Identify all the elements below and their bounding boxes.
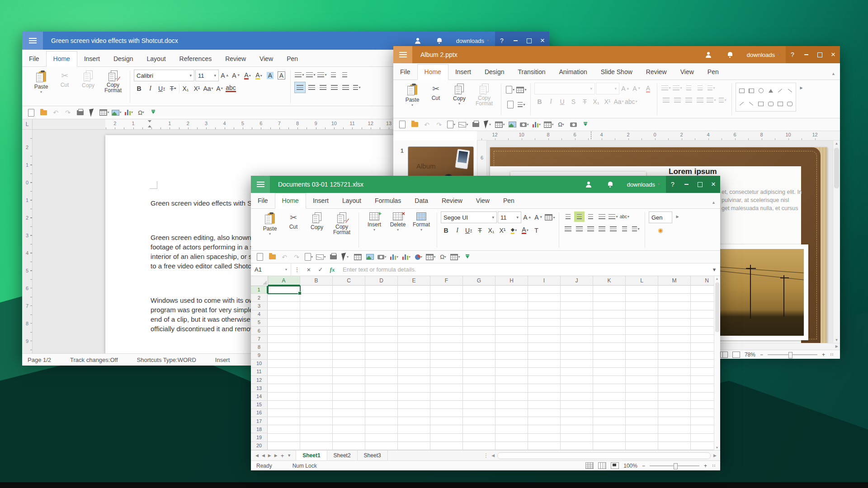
page-layout-view-icon[interactable] <box>598 462 606 469</box>
frame-shape-icon[interactable] <box>778 102 783 106</box>
add-sheet-button[interactable]: + <box>281 452 284 459</box>
save-as-button[interactable]: ▾ <box>303 252 314 262</box>
expand-formula-bar-icon[interactable]: ▾ <box>708 266 720 273</box>
tab-view[interactable]: View <box>469 193 496 208</box>
align-right-button[interactable] <box>684 95 694 105</box>
format-cells-button[interactable]: Format▾ <box>410 211 433 231</box>
presentation-horizontal-ruler[interactable]: 12108642024681012 <box>477 131 840 141</box>
new-document-button[interactable] <box>26 108 37 117</box>
writer-app-menu-button[interactable] <box>22 32 43 50</box>
insert-function-button[interactable]: fx <box>326 266 338 273</box>
decrease-indent-button[interactable] <box>684 83 694 93</box>
align-center-button[interactable] <box>307 82 317 93</box>
font-color-button[interactable]: A▾ <box>242 70 253 81</box>
screenshot-button[interactable]: ▾ <box>377 252 387 262</box>
row-header[interactable]: 13 <box>251 384 268 392</box>
resize-grip[interactable] <box>830 353 834 356</box>
column-header[interactable]: D <box>365 276 398 286</box>
section-button[interactable]: ▾ <box>516 99 527 110</box>
vertical-textbox-shape-icon[interactable] <box>749 89 754 93</box>
change-case-button[interactable]: Aa▾ <box>203 83 213 94</box>
cut-button[interactable]: ✂ Cut <box>282 211 305 230</box>
text-direction-button[interactable]: ▾ <box>706 83 717 93</box>
undo-button[interactable]: ↶ <box>50 108 61 117</box>
tab-pen[interactable]: Pen <box>496 193 521 208</box>
bullet-list-button[interactable]: ▾ <box>661 83 671 93</box>
tab-review[interactable]: Review <box>639 65 674 80</box>
tab-insert[interactable]: Insert <box>77 52 107 66</box>
help-button[interactable]: ? <box>666 176 679 193</box>
paste-button[interactable]: Paste▾ <box>401 83 424 107</box>
tab-slide-show[interactable]: Slide Show <box>594 65 639 80</box>
notifications-button[interactable] <box>600 176 621 193</box>
zoom-out-button[interactable]: − <box>760 352 763 358</box>
zoom-slider[interactable] <box>768 354 817 355</box>
insert-symbol-button[interactable]: Ω▾ <box>556 120 566 129</box>
paste-button[interactable]: Paste▾ <box>29 70 53 94</box>
row-header[interactable]: 6 <box>251 327 268 335</box>
tab-review[interactable]: Review <box>435 193 469 208</box>
align-left-button[interactable] <box>563 224 573 234</box>
sheet-tab-sheet3[interactable]: Sheet3 <box>358 450 388 460</box>
row-header[interactable]: 11 <box>251 368 268 376</box>
new-document-button[interactable] <box>397 120 408 129</box>
undo-button[interactable]: ↶ <box>421 120 432 129</box>
tab-review[interactable]: Review <box>218 52 253 66</box>
textbox-shape-icon[interactable] <box>739 89 745 93</box>
help-button[interactable]: ? <box>786 46 799 63</box>
column-header[interactable]: F <box>430 276 463 286</box>
row-header[interactable]: 8 <box>251 343 268 351</box>
subscript-button[interactable]: X₁ <box>591 96 601 107</box>
bold-button[interactable]: B <box>441 225 451 235</box>
slide-body-text[interactable]: et, consectetur adipiscing elit. Inpulvi… <box>722 188 802 212</box>
track-changes-indicator[interactable]: Track changes:Off <box>70 357 118 363</box>
formula-options-icon[interactable]: ⋮ <box>291 266 303 273</box>
insert-symbol-button[interactable]: Ω▾ <box>438 252 448 262</box>
formula-input[interactable]: Enter text or formula details. <box>338 266 708 273</box>
column-header[interactable]: K <box>593 276 626 286</box>
column-header[interactable]: N <box>691 276 714 286</box>
row-header[interactable]: 9 <box>251 352 268 360</box>
zoom-in-button[interactable]: + <box>822 352 825 358</box>
justify-button[interactable] <box>608 224 618 234</box>
shapes-gallery[interactable] <box>736 83 796 112</box>
shrink-font-button[interactable]: A▼ <box>533 212 544 223</box>
grid-vertical-scrollbar[interactable]: ▲ ▼ <box>714 276 720 450</box>
redo-button[interactable]: ↷ <box>291 252 302 262</box>
currency-format-button[interactable]: ◉ <box>649 225 672 235</box>
tab-animation[interactable]: Animation <box>552 65 594 80</box>
print-button[interactable] <box>470 120 481 129</box>
font-color-button[interactable]: A▾ <box>520 225 530 235</box>
last-sheet-button[interactable]: ▶ <box>274 453 278 458</box>
zoom-slider-thumb[interactable] <box>788 352 793 358</box>
toolbar-options-button[interactable] <box>148 108 159 117</box>
grow-font-button[interactable]: A▲ <box>620 84 631 94</box>
line-shape-icon[interactable] <box>778 89 782 93</box>
zoom-slider[interactable] <box>650 465 699 466</box>
character-spacing-button[interactable]: abc▾ <box>625 96 637 107</box>
next-sheet-button[interactable]: ▶ <box>268 453 271 458</box>
tab-home[interactable]: Home <box>46 51 77 67</box>
fill-color-button[interactable]: ⬥▾ <box>509 225 519 235</box>
italic-button[interactable]: I <box>546 96 556 107</box>
tab-view[interactable]: View <box>253 52 280 66</box>
slide-title-text[interactable]: Lorem ipsum <box>669 167 717 176</box>
shortcuts-type-indicator[interactable]: Shortcuts Type:WORD <box>137 357 196 363</box>
clear-format-button[interactable]: abc <box>226 83 236 94</box>
column-header[interactable]: G <box>463 276 495 286</box>
tab-insert[interactable]: Insert <box>306 193 335 208</box>
tab-view[interactable]: View <box>674 65 701 80</box>
align-left-button[interactable] <box>294 82 306 93</box>
italic-button[interactable]: I <box>145 83 156 94</box>
tab-home[interactable]: Home <box>275 193 306 209</box>
toolbar-options-button[interactable] <box>580 120 591 129</box>
shrink-to-fit-button[interactable]: abc▾ <box>619 211 630 222</box>
insert-table-button[interactable] <box>352 252 363 262</box>
copy-format-button[interactable]: Copy Format <box>471 83 497 106</box>
scroll-down-icon[interactable]: ▼ <box>714 446 720 449</box>
underline-button[interactable]: U▾ <box>156 83 167 94</box>
sheet-list-button[interactable]: ▼ <box>287 453 291 458</box>
zoom-slider-thumb[interactable] <box>674 463 678 469</box>
share-button[interactable] <box>579 176 600 193</box>
diagonal-line-shape-icon[interactable] <box>788 89 792 93</box>
